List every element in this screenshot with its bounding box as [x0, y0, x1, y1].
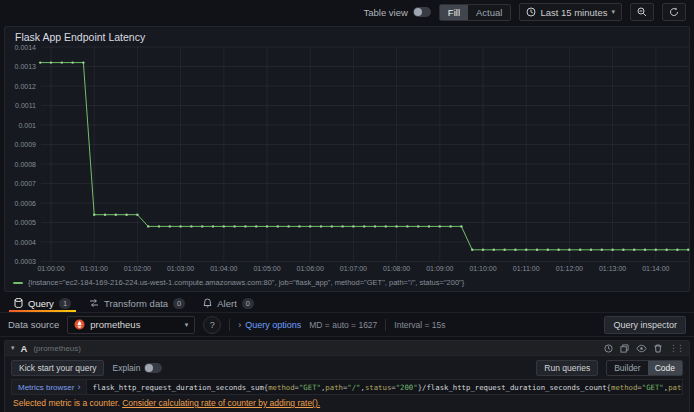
query-row-actions: ⋮⋮ — [604, 343, 683, 353]
svg-text:0.0014: 0.0014 — [15, 44, 37, 51]
chevron-right-icon: › — [238, 320, 241, 330]
duplicate-icon[interactable] — [620, 344, 629, 353]
database-icon — [14, 298, 23, 308]
actual-button[interactable]: Actual — [468, 5, 510, 20]
legend-swatch — [13, 282, 23, 284]
magnifier-minus-icon — [637, 7, 647, 17]
tab-transform-count: 0 — [173, 298, 185, 309]
explain-group: Explain — [112, 363, 162, 373]
svg-text:0.0007: 0.0007 — [15, 180, 37, 187]
legend-series-label: {instance="ec2-184-169-216-224.us-west-1… — [28, 278, 464, 287]
svg-text:01:13:00: 01:13:00 — [599, 265, 626, 272]
svg-text:0.0013: 0.0013 — [15, 63, 37, 70]
table-view-toggle[interactable] — [413, 7, 431, 17]
drag-handle-icon[interactable]: ⋮⋮ — [669, 343, 683, 353]
refresh-icon — [669, 7, 679, 17]
promql-expression-input[interactable]: flask_http_request_duration_seconds_sum{… — [87, 380, 682, 394]
time-range-label: Last 15 minutes — [540, 7, 607, 18]
tab-query-label: Query — [28, 298, 54, 309]
eye-icon[interactable] — [636, 344, 647, 353]
tab-alert-count: 0 — [242, 298, 254, 309]
svg-text:0.0008: 0.0008 — [15, 161, 37, 168]
svg-text:01:09:00: 01:09:00 — [426, 265, 453, 272]
query-row-card: ▾ A (prometheus) ⋮⋮ Kick start you — [4, 340, 690, 412]
tab-alert-label: Alert — [217, 298, 237, 309]
builder-button[interactable]: Builder — [607, 361, 647, 375]
svg-text:01:00:00: 01:00:00 — [37, 265, 64, 272]
svg-text:0.0005: 0.0005 — [15, 219, 37, 226]
clock-icon — [526, 7, 536, 17]
warning-text: Selected metric is a counter. — [13, 398, 120, 408]
svg-text:01:08:00: 01:08:00 — [383, 265, 410, 272]
query-options-label: Query options — [245, 320, 301, 330]
svg-text:01:11:00: 01:11:00 — [513, 265, 540, 272]
code-button[interactable]: Code — [648, 361, 682, 375]
divider — [229, 319, 230, 331]
svg-text:0.0009: 0.0009 — [15, 141, 37, 148]
chevron-down-icon: ▾ — [11, 344, 15, 352]
max-data-points-stat: MD = auto = 1627 — [309, 320, 377, 330]
svg-text:0.0006: 0.0006 — [15, 200, 37, 207]
tab-alert[interactable]: Alert 0 — [195, 294, 262, 312]
metrics-browser-label: Metrics browser — [18, 383, 74, 392]
svg-text:01:10:00: 01:10:00 — [469, 265, 496, 272]
svg-text:01:03:00: 01:03:00 — [167, 265, 194, 272]
chevron-right-icon: › — [77, 382, 80, 392]
tab-transform-label: Transform data — [104, 298, 168, 309]
datasource-help-button[interactable]: ? — [203, 316, 221, 334]
promql-editor-row: Metrics browser › flask_http_request_dur… — [11, 379, 683, 395]
prometheus-icon — [74, 319, 85, 330]
bell-icon — [203, 298, 212, 308]
counter-warning: Selected metric is a counter. Consider c… — [5, 395, 689, 409]
svg-text:01:02:00: 01:02:00 — [124, 265, 151, 272]
query-options-toggle[interactable]: › Query options — [238, 320, 301, 330]
datasource-row: Data source prometheus ▾ ? › Query optio… — [0, 313, 694, 337]
trash-icon[interactable] — [654, 344, 662, 353]
svg-text:01:05:00: 01:05:00 — [253, 265, 280, 272]
svg-text:01:01:00: 01:01:00 — [81, 265, 108, 272]
kick-start-query-button[interactable]: Kick start your query — [11, 360, 104, 376]
chart-legend[interactable]: {instance="ec2-184-169-216-224.us-west-1… — [13, 278, 683, 287]
tab-query[interactable]: Query 1 — [6, 294, 79, 312]
time-range-picker[interactable]: Last 15 minutes ▾ — [519, 3, 622, 21]
warning-hint-link[interactable]: Consider calculating rate of counter by … — [122, 398, 320, 408]
svg-text:0.001: 0.001 — [18, 122, 36, 129]
datasource-value: prometheus — [90, 319, 140, 330]
history-icon[interactable] — [604, 344, 613, 353]
chevron-down-icon: ▾ — [611, 8, 615, 16]
editor-tabbar: Query 1 Transform data 0 Alert 0 — [0, 294, 694, 313]
query-row-header[interactable]: ▾ A (prometheus) ⋮⋮ — [5, 341, 689, 356]
svg-text:01:04:00: 01:04:00 — [210, 265, 237, 272]
datasource-select[interactable]: prometheus ▾ — [67, 316, 195, 334]
svg-text:0.0012: 0.0012 — [15, 83, 37, 90]
metrics-browser-toggle[interactable]: Metrics browser › — [12, 380, 87, 394]
svg-text:0.0003: 0.0003 — [15, 258, 37, 265]
query-inspector-button[interactable]: Query inspector — [604, 316, 686, 334]
svg-text:01:07:00: 01:07:00 — [340, 265, 367, 272]
tab-query-count: 1 — [59, 298, 71, 309]
zoom-out-button[interactable] — [630, 3, 654, 21]
divider — [385, 319, 386, 331]
run-queries-button[interactable]: Run queries — [536, 360, 598, 376]
svg-text:0.0004: 0.0004 — [15, 239, 37, 246]
svg-text:01:12:00: 01:12:00 — [556, 265, 583, 272]
table-view-label: Table view — [364, 7, 408, 18]
fill-button[interactable]: Fill — [440, 5, 468, 20]
svg-text:0.0011: 0.0011 — [15, 102, 36, 109]
tab-transform-data[interactable]: Transform data 0 — [81, 294, 193, 312]
explain-label: Explain — [112, 363, 140, 373]
panel-editor-topbar: Table view Fill Actual Last 15 minutes ▾ — [0, 0, 694, 24]
refresh-button[interactable] — [662, 3, 686, 21]
interval-stat: Interval = 15s — [394, 320, 445, 330]
query-toolbar: Kick start your query Explain Run querie… — [5, 356, 689, 379]
latency-chart[interactable]: 0.00140.00130.00120.00110.0010.00090.000… — [5, 41, 691, 277]
fill-actual-segmented: Fill Actual — [439, 4, 512, 21]
chevron-down-icon: ▾ — [185, 321, 189, 329]
builder-code-segmented: Builder Code — [606, 360, 683, 376]
explain-toggle[interactable] — [144, 363, 162, 373]
latency-panel: Flask App Endpoint Latency 0.00140.00130… — [4, 26, 690, 292]
transform-icon — [89, 298, 99, 308]
svg-text:01:06:00: 01:06:00 — [297, 265, 324, 272]
query-editor-area: ▾ A (prometheus) ⋮⋮ Kick start you — [4, 340, 690, 412]
table-view-group: Table view — [364, 7, 431, 18]
